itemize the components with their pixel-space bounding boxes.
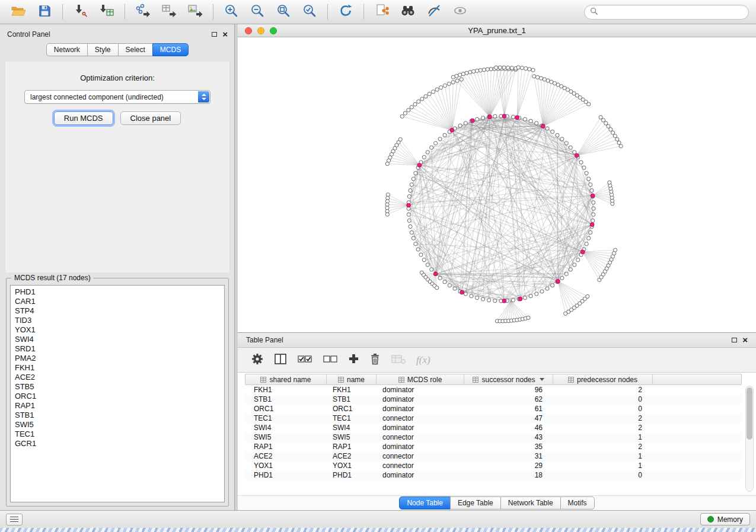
network-leaf-node[interactable] bbox=[543, 78, 546, 81]
network-node[interactable] bbox=[464, 121, 467, 125]
network-node[interactable] bbox=[409, 189, 412, 193]
network-leaf-node[interactable] bbox=[413, 102, 417, 106]
column-header-successor-nodes[interactable]: successor nodes bbox=[464, 374, 553, 385]
network-leaf-node[interactable] bbox=[599, 116, 602, 119]
table-row[interactable]: ACE2ACE2connector311 bbox=[245, 451, 742, 461]
network-node[interactable] bbox=[493, 299, 497, 303]
network-leaf-node[interactable] bbox=[489, 68, 493, 71]
close-panel-button-mcds[interactable]: Close panel bbox=[120, 111, 181, 125]
network-node[interactable] bbox=[546, 127, 549, 130]
network-node[interactable] bbox=[560, 276, 564, 280]
import-network-button[interactable] bbox=[69, 2, 92, 21]
network-dominator-node[interactable] bbox=[580, 250, 585, 254]
network-leaf-node[interactable] bbox=[617, 141, 621, 145]
network-leaf-node[interactable] bbox=[432, 90, 435, 94]
network-node[interactable] bbox=[592, 201, 595, 204]
network-node[interactable] bbox=[589, 183, 592, 187]
network-leaf-node[interactable] bbox=[455, 79, 459, 82]
close-window-button[interactable] bbox=[245, 27, 252, 34]
float-table-panel-button[interactable] bbox=[732, 338, 737, 342]
network-leaf-node[interactable] bbox=[460, 78, 463, 81]
column-header-shared-name[interactable]: shared name bbox=[245, 374, 327, 385]
zoom-in-button[interactable] bbox=[220, 2, 243, 21]
network-node[interactable] bbox=[419, 253, 423, 257]
network-leaf-node[interactable] bbox=[498, 66, 502, 69]
column-header-name[interactable]: name bbox=[327, 374, 377, 385]
table-row[interactable]: TEC1TEC1connector472 bbox=[245, 414, 742, 423]
network-leaf-node[interactable] bbox=[417, 100, 420, 103]
select-all-button[interactable] bbox=[297, 353, 312, 367]
network-leaf-node[interactable] bbox=[420, 97, 424, 101]
mcds-result-item[interactable]: RAP1 bbox=[15, 401, 224, 411]
network-leaf-node[interactable] bbox=[611, 131, 615, 134]
network-node[interactable] bbox=[410, 230, 413, 234]
network-node[interactable] bbox=[523, 296, 527, 300]
network-node[interactable] bbox=[573, 263, 576, 267]
network-node[interactable] bbox=[535, 292, 538, 296]
network-leaf-node[interactable] bbox=[486, 68, 489, 71]
network-node[interactable] bbox=[582, 166, 586, 169]
network-node[interactable] bbox=[443, 133, 446, 137]
network-node[interactable] bbox=[438, 137, 442, 141]
network-leaf-node[interactable] bbox=[527, 316, 530, 319]
network-node[interactable] bbox=[412, 177, 415, 181]
network-leaf-node[interactable] bbox=[385, 213, 389, 216]
run-mcds-button[interactable]: Run MCDS bbox=[54, 111, 113, 125]
tab-edge-table[interactable]: Edge Table bbox=[450, 496, 501, 509]
float-panel-button[interactable] bbox=[212, 32, 217, 37]
mcds-result-item[interactable]: CAR1 bbox=[15, 297, 224, 306]
network-node[interactable] bbox=[443, 280, 446, 284]
network-node[interactable] bbox=[523, 117, 527, 121]
column-header-predecessor-nodes[interactable]: predecessor nodes bbox=[553, 374, 653, 385]
tab-select[interactable]: Select bbox=[118, 43, 153, 56]
network-dominator-node[interactable] bbox=[590, 223, 594, 227]
network-leaf-node[interactable] bbox=[451, 75, 455, 79]
mcds-result-item[interactable]: TEC1 bbox=[15, 430, 224, 439]
network-leaf-node[interactable] bbox=[407, 108, 410, 112]
network-leaf-node[interactable] bbox=[604, 121, 608, 125]
network-node[interactable] bbox=[410, 183, 413, 187]
network-node[interactable] bbox=[434, 142, 438, 145]
optimization-criterion-dropdown[interactable]: largest connected component (undirected) bbox=[24, 90, 210, 104]
refresh-view-button[interactable] bbox=[334, 2, 357, 21]
network-node[interactable] bbox=[540, 290, 544, 293]
network-node[interactable] bbox=[585, 242, 588, 246]
minimize-window-button[interactable] bbox=[257, 27, 264, 34]
tab-mcds[interactable]: MCDS bbox=[152, 43, 189, 56]
network-node[interactable] bbox=[476, 296, 479, 300]
network-node[interactable] bbox=[592, 207, 595, 210]
column-header-MCDS-role[interactable]: MCDS role bbox=[377, 374, 464, 385]
mcds-result-item[interactable]: GCR1 bbox=[15, 439, 224, 448]
close-panel-button[interactable]: × bbox=[222, 31, 228, 37]
table-row[interactable]: YOX1YOX1connector291 bbox=[245, 461, 742, 470]
network-leaf-node[interactable] bbox=[475, 69, 479, 72]
network-node[interactable] bbox=[590, 189, 594, 193]
table-row[interactable]: STB1STB1dominator620 bbox=[245, 395, 742, 404]
network-leaf-node[interactable] bbox=[502, 66, 506, 69]
network-node[interactable] bbox=[589, 230, 592, 234]
network-leaf-node[interactable] bbox=[516, 66, 520, 69]
network-dominator-node[interactable] bbox=[502, 114, 506, 118]
chevron-down-icon[interactable] bbox=[540, 378, 544, 381]
network-leaf-node[interactable] bbox=[607, 124, 610, 128]
mcds-result-item[interactable]: TID3 bbox=[15, 316, 224, 325]
network-node[interactable] bbox=[409, 225, 412, 228]
network-node[interactable] bbox=[560, 137, 564, 141]
network-dominator-node[interactable] bbox=[515, 116, 519, 120]
mcds-result-item[interactable]: SWI4 bbox=[15, 335, 224, 344]
mcds-result-item[interactable]: ACE2 bbox=[15, 373, 224, 382]
network-leaf-node[interactable] bbox=[400, 114, 404, 118]
mcds-result-item[interactable]: YOX1 bbox=[15, 325, 224, 335]
close-table-panel-button[interactable]: × bbox=[742, 337, 748, 343]
zoom-selected-button[interactable] bbox=[298, 2, 321, 21]
network-leaf-node[interactable] bbox=[528, 68, 531, 71]
network-dominator-node[interactable] bbox=[591, 194, 595, 198]
hide-details-button[interactable] bbox=[423, 2, 445, 21]
zoom-window-button[interactable] bbox=[270, 27, 277, 34]
export-network-button[interactable] bbox=[132, 2, 154, 21]
table-row[interactable]: ORC1ORC1dominator610 bbox=[245, 404, 742, 414]
network-node[interactable] bbox=[426, 263, 429, 267]
network-node[interactable] bbox=[556, 133, 559, 137]
table-vertical-scrollbar[interactable] bbox=[745, 386, 754, 492]
network-node[interactable] bbox=[564, 272, 568, 275]
